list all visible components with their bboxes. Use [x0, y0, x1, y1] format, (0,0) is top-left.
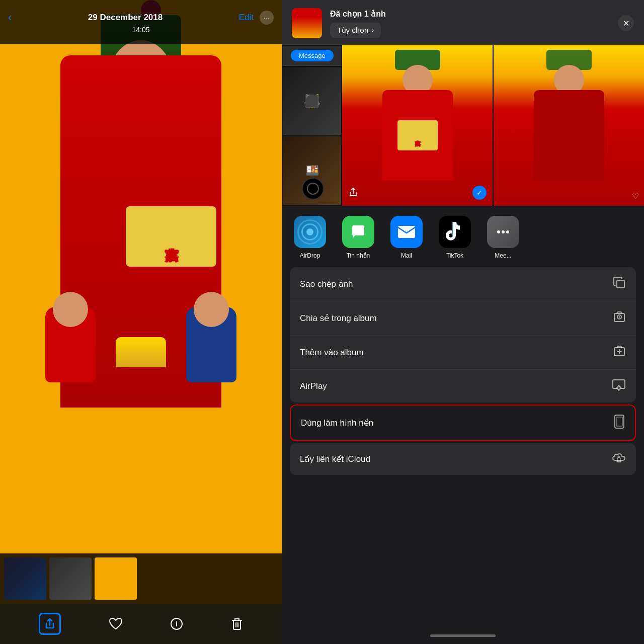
message-tab-label: Message [299, 52, 326, 59]
add-contact-button[interactable] [302, 178, 324, 200]
add-album-action[interactable]: Thêm vào album [290, 336, 636, 370]
photo-filmstrip[interactable] [0, 553, 282, 604]
heart-icon [109, 617, 123, 630]
options-label: Tùy chọn [337, 26, 368, 35]
back-icon: ‹ [8, 11, 12, 24]
share-album-icon [613, 310, 626, 326]
share-title-area: Đã chọn 1 ảnh Tùy chọn › [330, 9, 610, 38]
close-button[interactable]: ✕ [618, 15, 634, 31]
child-figure-left [45, 307, 96, 382]
messages-label: Tin nhắn [347, 252, 370, 259]
icloud-link-action[interactable]: Lấy liên kết iCloud [290, 443, 636, 475]
photo-viewer-panel: ‹ 29 December 2018 Edit ··· 14:05 [0, 0, 282, 644]
share-apps-row: AirDrop Tin nhắn Mail [282, 206, 644, 267]
photo-header: ‹ 29 December 2018 Edit ··· 14:05 [0, 0, 282, 44]
options-button[interactable]: Tùy chọn › [330, 23, 381, 38]
photo-heart-icon: ♡ [632, 191, 639, 201]
share-app-airdrop[interactable]: AirDrop [290, 216, 330, 259]
selected-photo-thumb [292, 8, 322, 38]
svg-point-2 [307, 183, 318, 194]
photo-content: 萬事大吉 [30, 25, 252, 478]
copy-icon [613, 276, 626, 292]
photo-selected-badge: ✓ [472, 186, 487, 200]
airdrop-label: AirDrop [300, 252, 320, 259]
message-tab-bar: Message [283, 46, 341, 66]
airplay-icon [612, 379, 626, 393]
heart-button[interactable] [109, 617, 123, 630]
copy-photo-action[interactable]: Sao chép ảnh [290, 267, 636, 301]
share-album-label: Chia sẻ trong album [300, 313, 377, 324]
airplay-action[interactable]: AirPlay [290, 370, 636, 403]
tiktok-label: TikTok [446, 252, 463, 259]
header-actions: Edit ··· [239, 11, 274, 25]
share-icon [39, 613, 61, 635]
icloud-link-icon [612, 452, 626, 466]
svg-point-10 [619, 316, 620, 318]
add-album-icon [613, 345, 626, 360]
info-icon: i [170, 617, 183, 630]
airdrop-center-dot [306, 228, 313, 235]
photo-preview-1: 萬事大吉 [342, 45, 493, 206]
share-button[interactable] [39, 613, 61, 635]
filmstrip-thumb-1[interactable] [4, 557, 46, 600]
child-figure-right [186, 307, 236, 382]
wallpaper-label: Dùng làm hình nền [301, 418, 373, 428]
svg-rect-13 [616, 417, 622, 426]
share-header: Đã chọn 1 ảnh Tùy chọn › ✕ [282, 0, 644, 45]
share-app-mail[interactable]: Mail [386, 216, 427, 259]
contact-thumb-1[interactable]: 🐱 [283, 67, 341, 135]
gallery-photo-2[interactable]: ♡ [494, 45, 644, 206]
edit-button[interactable]: Edit [239, 13, 254, 23]
child-head-left [53, 292, 88, 327]
action-group-1: Sao chép ảnh Chia sẻ trong album [290, 267, 636, 403]
message-tab-active[interactable]: Message [291, 50, 334, 61]
share-app-more[interactable]: Mee... [483, 216, 523, 259]
filmstrip-thumb-2[interactable] [49, 557, 92, 600]
icloud-link-label: Lấy liên kết iCloud [300, 454, 370, 464]
chevron-right-icon: › [371, 26, 374, 34]
filmstrip-thumb-3[interactable] [95, 557, 137, 600]
trash-button[interactable] [231, 617, 243, 630]
svg-text:i: i [176, 620, 178, 628]
more-apps-icon [487, 216, 519, 248]
contacts-strip: Message 🐱 🍱 [282, 45, 342, 206]
trash-icon [231, 617, 243, 630]
gold-ingot [116, 337, 166, 367]
photo-main-view[interactable]: 萬事大吉 [0, 0, 282, 644]
more-button[interactable]: ··· [260, 11, 274, 25]
info-button[interactable]: i [170, 617, 183, 630]
gallery-photo-1[interactable]: 萬事大吉 ✓ [342, 45, 493, 206]
wallpaper-action[interactable]: Dùng làm hình nền [291, 406, 635, 440]
ellipsis-icon: ··· [264, 14, 270, 22]
photo-time: 14:05 [132, 26, 149, 34]
gallery-action-icon [348, 187, 358, 200]
svg-point-5 [502, 230, 505, 233]
share-app-tiktok[interactable]: TikTok [435, 216, 475, 259]
svg-point-6 [506, 230, 509, 233]
messages-icon [342, 216, 374, 248]
svg-rect-3 [398, 226, 415, 238]
mail-icon [390, 216, 423, 248]
share-album-action[interactable]: Chia sẻ trong album [290, 301, 636, 336]
share-sheet-panel: Đã chọn 1 ảnh Tùy chọn › ✕ Message 🐱 [282, 0, 644, 644]
photo-preview-2 [494, 45, 644, 206]
deity-scroll: 萬事大吉 [126, 206, 216, 267]
svg-rect-7 [617, 280, 624, 288]
photo-toolbar: i [0, 604, 282, 644]
thumb-preview [292, 8, 322, 38]
photo-gallery-strip[interactable]: Message 🐱 🍱 [282, 45, 644, 206]
airdrop-rings-graphic [299, 221, 321, 243]
child-head-right [194, 292, 229, 327]
tiktok-icon [439, 216, 471, 248]
wallpaper-action-highlighted[interactable]: Dùng làm hình nền [290, 405, 636, 441]
airplay-label: AirPlay [300, 381, 327, 391]
wallpaper-icon [614, 415, 625, 431]
share-app-messages[interactable]: Tin nhắn [338, 216, 378, 259]
back-button[interactable]: ‹ [8, 11, 12, 24]
airdrop-icon [294, 216, 326, 248]
mail-label: Mail [401, 252, 412, 259]
home-indicator [430, 634, 496, 637]
copy-photo-label: Sao chép ảnh [300, 279, 353, 289]
photo-date: 29 December 2018 [12, 13, 238, 23]
more-apps-label: Mee... [495, 252, 511, 259]
